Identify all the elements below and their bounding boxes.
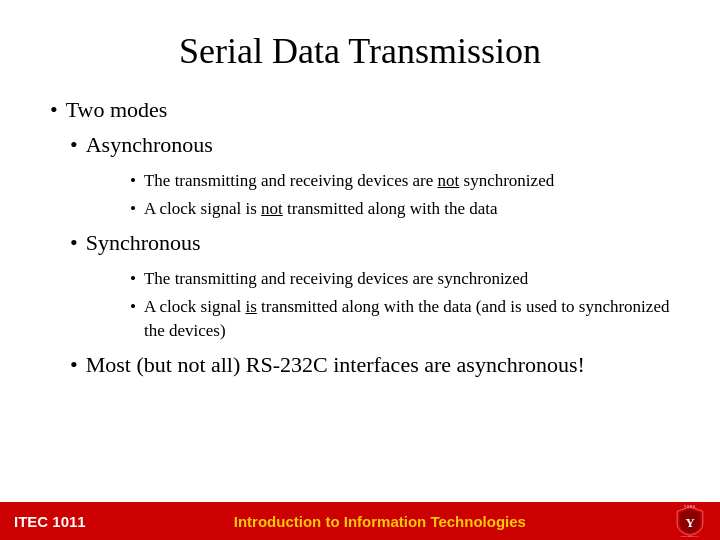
async-point-1: • The transmitting and receiving devices… [130,169,670,193]
not-underline-2: not [261,199,283,218]
most-bullet-marker: • [70,351,78,380]
svg-text:UNIVERSITY: UNIVERSITY [681,535,699,537]
footer-course-title: Introduction to Information Technologies [86,513,674,530]
most-label: Most (but not all) RS-232C interfaces ar… [86,351,585,380]
async-point-2-text: A clock signal is not transmitted along … [144,197,498,221]
slide-title: Serial Data Transmission [50,30,670,72]
main-content: Serial Data Transmission • Two modes • A… [0,0,720,502]
asynchronous-section: • Asynchronous • The transmitting and re… [70,131,670,221]
york-logo-svg: Y YORK UNIVERSITY [674,505,706,537]
is-underline: is [245,297,256,316]
sync-bullet-1-marker: • [130,267,136,291]
footer-logo: Y YORK UNIVERSITY [674,505,706,537]
two-modes-label: Two modes [66,96,168,125]
asynchronous-label: Asynchronous [86,131,213,160]
async-bullet-2-marker: • [130,197,136,221]
bullet-most: • Most (but not all) RS-232C interfaces … [70,351,670,380]
svg-text:YORK: YORK [684,505,696,509]
async-point-1-text: The transmitting and receiving devices a… [144,169,554,193]
sync-sub-bullets: • The transmitting and receiving devices… [100,267,670,342]
async-point-2: • A clock signal is not transmitted alon… [130,197,670,221]
synchronous-section: • Synchronous • The transmitting and rec… [70,229,670,343]
svg-text:Y: Y [685,516,694,530]
footer: ITEC 1011 Introduction to Information Te… [0,502,720,540]
bullet-synchronous: • Synchronous [70,229,670,258]
bullet-marker: • [50,96,58,125]
sync-point-1: • The transmitting and receiving devices… [130,267,670,291]
sync-point-2: • A clock signal is transmitted along wi… [130,295,670,343]
async-bullet-1-marker: • [130,169,136,193]
bullet-two-modes: • Two modes [50,96,670,125]
sync-point-1-text: The transmitting and receiving devices a… [144,267,528,291]
footer-course-code: ITEC 1011 [14,513,86,530]
bullet-asynchronous: • Asynchronous [70,131,670,160]
most-section: • Most (but not all) RS-232C interfaces … [70,351,670,380]
bullet-marker-sync: • [70,229,78,258]
not-underline-1: not [438,171,460,190]
async-sub-bullets: • The transmitting and receiving devices… [100,169,670,221]
bullet-marker-async: • [70,131,78,160]
sync-point-2-text: A clock signal is transmitted along with… [144,295,670,343]
slide: Serial Data Transmission • Two modes • A… [0,0,720,540]
sync-bullet-2-marker: • [130,295,136,319]
synchronous-label: Synchronous [86,229,201,258]
